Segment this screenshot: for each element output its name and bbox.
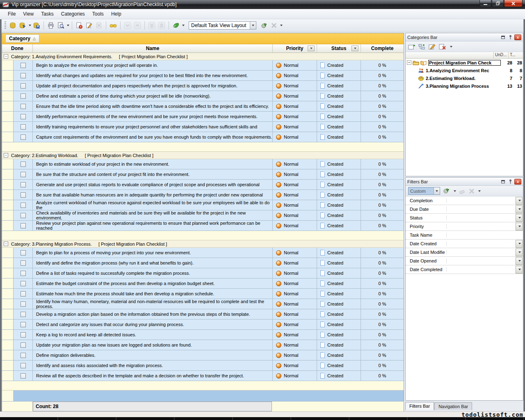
collapse-group-icon[interactable]: − bbox=[4, 153, 8, 158]
task-row[interactable]: Estimate the budget constraint of the pr… bbox=[2, 278, 404, 289]
done-checkbox[interactable] bbox=[21, 83, 26, 89]
collapse-group-icon[interactable]: − bbox=[4, 54, 8, 59]
done-checkbox[interactable] bbox=[21, 94, 26, 99]
tab-navigation-bar[interactable]: Navigation Bar bbox=[434, 402, 472, 410]
menu-item[interactable]: View bbox=[19, 9, 37, 18]
column-header-status[interactable]: Status bbox=[317, 44, 361, 52]
filter-field-dropdown[interactable] bbox=[516, 249, 523, 256]
tree-column-undone[interactable]: UnD... bbox=[493, 52, 508, 58]
tree-item[interactable]: 1.Analyzing Environment Rec 8 8 bbox=[406, 66, 523, 74]
task-row[interactable]: Be sure that available human resources a… bbox=[2, 190, 404, 200]
column-header-complete[interactable]: Complete bbox=[361, 44, 404, 52]
tree-item-root[interactable]: − Project Migration Plan Check 28 28 bbox=[406, 59, 523, 66]
filter-preset-dropdown[interactable] bbox=[434, 187, 440, 194]
layout-toolbar-caret-icon[interactable] bbox=[280, 25, 283, 26]
new-subcategory-icon[interactable] bbox=[418, 43, 426, 50]
apply-filter-icon[interactable] bbox=[443, 188, 450, 194]
task-row[interactable]: Define a list of tasks required to succe… bbox=[2, 268, 404, 278]
apply-layout-icon[interactable] bbox=[260, 21, 269, 30]
task-row[interactable]: Estimate how much time the process shoul… bbox=[2, 289, 404, 299]
task-row[interactable]: Capture cost requirements of the environ… bbox=[2, 132, 404, 142]
filters-toolbar-caret-icon[interactable] bbox=[478, 190, 481, 192]
open-database-icon[interactable] bbox=[18, 21, 27, 30]
task-row[interactable]: Begin to estimate workload of your proje… bbox=[2, 159, 404, 169]
filter-field-dropdown[interactable] bbox=[516, 257, 523, 265]
task-row[interactable]: Begin to plan for a process of moving yo… bbox=[2, 248, 404, 258]
edit-task-icon[interactable] bbox=[84, 21, 94, 30]
task-row[interactable]: Review all the aspects described in the … bbox=[2, 371, 404, 381]
move-down-icon[interactable] bbox=[123, 21, 132, 30]
categories-toolbar-caret-icon[interactable] bbox=[450, 46, 452, 48]
done-checkbox[interactable] bbox=[21, 312, 26, 317]
done-checkbox[interactable] bbox=[21, 203, 26, 208]
menu-item[interactable]: File bbox=[4, 9, 19, 18]
filter-field-dropdown[interactable] bbox=[516, 240, 523, 248]
done-checkbox[interactable] bbox=[21, 332, 26, 338]
done-checkbox[interactable] bbox=[21, 342, 26, 348]
task-row[interactable]: Begin to analyze the environment your pr… bbox=[2, 60, 404, 71]
tab-filters-bar[interactable]: Filters Bar bbox=[405, 402, 434, 410]
filter-field-dropdown[interactable] bbox=[516, 223, 523, 231]
notifications-icon[interactable] bbox=[171, 21, 180, 30]
clear-filter-icon[interactable] bbox=[459, 188, 466, 194]
delete-task-icon[interactable] bbox=[94, 21, 103, 30]
tree-collapse-icon[interactable]: − bbox=[407, 60, 411, 65]
done-checkbox[interactable] bbox=[21, 124, 26, 130]
panel-close-icon[interactable]: x bbox=[514, 179, 521, 185]
task-row[interactable]: Ensure that the idle time period along w… bbox=[2, 101, 404, 112]
layout-combobox-dropdown[interactable] bbox=[250, 22, 256, 29]
print-preview-caret-icon[interactable] bbox=[67, 25, 69, 26]
task-row[interactable]: Identify performance requirements of the… bbox=[2, 112, 404, 122]
done-checkbox[interactable] bbox=[21, 363, 26, 368]
task-row[interactable]: Generate and use project status reports … bbox=[2, 180, 404, 190]
done-checkbox[interactable] bbox=[21, 73, 26, 78]
category-header-row[interactable]: − Category: 1.Analyzing Environment Requ… bbox=[2, 53, 404, 60]
panel-close-icon[interactable]: x bbox=[514, 34, 521, 40]
new-task-icon[interactable] bbox=[75, 21, 84, 30]
done-checkbox[interactable] bbox=[21, 271, 26, 276]
minimize-button[interactable] bbox=[479, 0, 491, 7]
done-checkbox[interactable] bbox=[21, 322, 26, 327]
restore-button[interactable] bbox=[492, 0, 504, 7]
panel-maximize-icon[interactable] bbox=[500, 179, 506, 185]
task-row[interactable]: Update your migration plan as new issues… bbox=[2, 340, 404, 350]
new-database-icon[interactable] bbox=[8, 21, 17, 30]
filter-preset-combobox[interactable]: Custom bbox=[408, 187, 440, 195]
done-checkbox[interactable] bbox=[21, 192, 26, 198]
done-checkbox[interactable] bbox=[21, 281, 26, 286]
delete-category-icon[interactable] bbox=[439, 43, 446, 50]
menu-item[interactable]: Categories bbox=[57, 9, 89, 18]
column-header-priority[interactable]: Priority bbox=[273, 44, 317, 52]
category-header-row[interactable]: − Category: 2.Estimating Workload. [ Pro… bbox=[2, 152, 404, 159]
print-preview-icon[interactable] bbox=[56, 21, 65, 30]
done-checkbox[interactable] bbox=[21, 104, 26, 109]
menu-item[interactable]: Tools bbox=[89, 9, 107, 18]
status-filter-dropdown[interactable] bbox=[352, 46, 358, 51]
layout-combobox[interactable]: Default Task View Layout bbox=[189, 21, 256, 30]
task-row[interactable]: Identify what changes and updates are re… bbox=[2, 71, 404, 81]
collapse-group-icon[interactable]: − bbox=[4, 242, 8, 246]
category-header-row[interactable]: − Category: 3.Planning Migration Process… bbox=[2, 240, 404, 248]
task-row[interactable]: Identify how many human, monetary, mater… bbox=[2, 299, 404, 309]
filter-field-dropdown[interactable] bbox=[516, 214, 523, 222]
done-checkbox[interactable] bbox=[21, 114, 26, 119]
edit-category-icon[interactable] bbox=[429, 43, 436, 50]
column-header-done[interactable]: Done bbox=[2, 44, 33, 52]
task-row[interactable]: Be sure that the structure and content o… bbox=[2, 169, 404, 180]
task-row[interactable]: Define and estimate a period of time dur… bbox=[2, 91, 404, 101]
new-category-icon[interactable] bbox=[408, 43, 415, 50]
done-checkbox[interactable] bbox=[21, 135, 26, 140]
filter-field-dropdown[interactable] bbox=[516, 197, 523, 205]
done-checkbox[interactable] bbox=[21, 291, 26, 297]
task-row[interactable]: Check availability of inventories and ma… bbox=[2, 210, 404, 221]
move-bottom-icon[interactable] bbox=[147, 21, 156, 30]
task-row[interactable]: Identify and define the migration proces… bbox=[2, 258, 404, 268]
menu-item[interactable]: Help bbox=[107, 9, 125, 18]
task-row[interactable]: Review your project plan against new ope… bbox=[2, 221, 404, 231]
delete-filter-icon[interactable] bbox=[469, 188, 475, 194]
task-row[interactable]: Identify and assess risks associated wit… bbox=[2, 361, 404, 371]
save-database-icon[interactable] bbox=[32, 21, 41, 30]
task-row[interactable]: Define migration deliverables. Normal Cr… bbox=[2, 350, 404, 361]
done-checkbox[interactable] bbox=[21, 162, 26, 167]
done-checkbox[interactable] bbox=[21, 223, 26, 228]
